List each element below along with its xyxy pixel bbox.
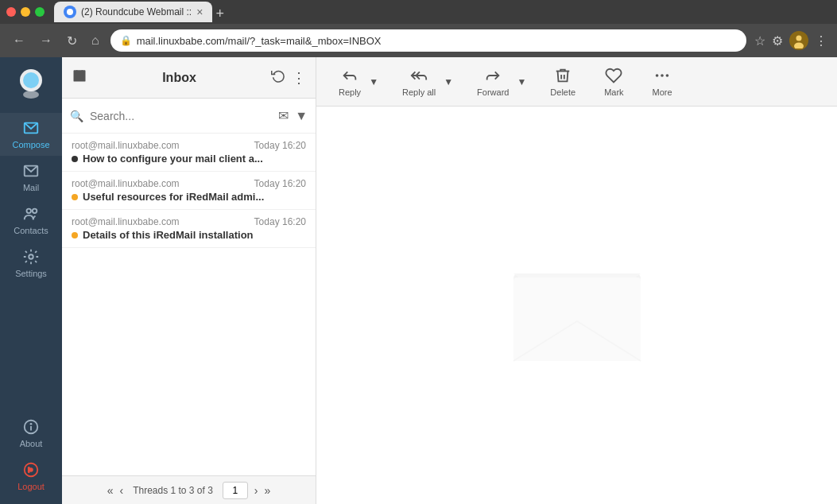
reply-all-group: Reply all ▼ xyxy=(396,64,455,100)
sidebar-item-mail[interactable]: Mail xyxy=(0,156,62,199)
svg-point-6 xyxy=(23,91,39,99)
last-page-button[interactable]: » xyxy=(265,484,271,497)
lock-icon: 🔒 xyxy=(120,35,132,46)
forward-button[interactable]: → xyxy=(37,30,56,51)
svg-point-2 xyxy=(796,36,802,41)
svg-point-16 xyxy=(29,467,33,472)
sidebar-item-compose[interactable]: Compose xyxy=(0,113,62,156)
list-item[interactable]: root@mail.linuxbabe.com Today 16:20 How … xyxy=(62,134,316,172)
app-logo xyxy=(11,65,51,105)
compose-label: Compose xyxy=(12,140,49,149)
list-item[interactable]: root@mail.linuxbabe.com Today 16:20 Usef… xyxy=(62,172,316,210)
svg-point-17 xyxy=(657,75,658,76)
email-from: root@mail.linuxbabe.com Today 16:20 xyxy=(72,140,306,151)
mail-panel: Inbox ⋮ 🔍 ✉ ▼ root@mail.linuxbabe.com To… xyxy=(62,57,316,504)
tab-close-icon[interactable]: × xyxy=(196,6,203,18)
search-dropdown-button[interactable]: ▼ xyxy=(295,109,308,123)
new-tab-button[interactable]: + xyxy=(215,6,224,22)
profile-icon[interactable] xyxy=(789,31,808,50)
message-view: Reply ▼ Reply all ▼ Forward xyxy=(316,57,837,504)
reply-group: Reply ▼ xyxy=(332,64,380,100)
menu-button[interactable]: ⋮ xyxy=(815,33,827,48)
message-body xyxy=(316,107,837,504)
reload-button[interactable]: ↻ xyxy=(64,30,80,52)
sidebar-item-about[interactable]: About xyxy=(0,412,62,455)
app-content: Compose Mail Contacts xyxy=(0,57,837,504)
list-item[interactable]: root@mail.linuxbabe.com Today 16:20 Deta… xyxy=(62,210,316,248)
address-bar: ← → ↻ ⌂ 🔒 mail.linuxbabe.com/mail/?_task… xyxy=(0,24,837,57)
svg-point-9 xyxy=(27,209,32,214)
tab-favicon xyxy=(64,6,76,18)
refresh-button[interactable] xyxy=(271,68,285,87)
sidebar-item-logout[interactable]: Logout xyxy=(0,455,62,498)
url-text: mail.linuxbabe.com/mail/?_task=mail&_mbo… xyxy=(137,35,382,47)
search-icon: 🔍 xyxy=(70,110,83,122)
empty-state xyxy=(498,234,657,377)
address-actions: ☆ ⚙ ⋮ xyxy=(754,31,827,50)
tab-bar: (2) Roundcube Webmail :: × + xyxy=(54,2,224,22)
svg-point-5 xyxy=(23,72,39,88)
mail-footer: « ‹ Threads 1 to 3 of 3 › » xyxy=(62,475,316,504)
email-list: root@mail.linuxbabe.com Today 16:20 How … xyxy=(62,134,316,475)
title-bar: (2) Roundcube Webmail :: × + xyxy=(0,0,837,24)
window-controls xyxy=(6,7,45,17)
url-bar[interactable]: 🔒 mail.linuxbabe.com/mail/?_task=mail&_m… xyxy=(110,29,746,52)
email-subject: Useful resources for iRedMail admi... xyxy=(72,191,306,203)
active-tab[interactable]: (2) Roundcube Webmail :: × xyxy=(54,2,212,22)
email-from: root@mail.linuxbabe.com Today 16:20 xyxy=(72,216,306,227)
inbox-title: Inbox xyxy=(94,71,265,85)
bookmark-button[interactable]: ☆ xyxy=(754,33,765,48)
mark-button[interactable]: Mark xyxy=(598,64,630,100)
more-button[interactable]: More xyxy=(646,64,679,100)
minimize-button[interactable] xyxy=(21,7,30,17)
unread-dot xyxy=(72,156,78,162)
email-subject: Details of this iRedMail installation xyxy=(72,229,306,241)
svg-point-0 xyxy=(67,9,73,15)
maximize-button[interactable] xyxy=(35,7,45,17)
email-from: root@mail.linuxbabe.com Today 16:20 xyxy=(72,178,306,189)
reply-all-dropdown-button[interactable]: ▼ xyxy=(442,76,455,87)
page-number-input[interactable] xyxy=(223,482,248,499)
search-bar: 🔍 ✉ ▼ xyxy=(62,99,316,134)
search-input[interactable] xyxy=(90,110,272,122)
message-toolbar: Reply ▼ Reply all ▼ Forward xyxy=(316,57,837,107)
mail-panel-header: Inbox ⋮ xyxy=(62,57,316,99)
extensions-button[interactable]: ⚙ xyxy=(772,33,783,48)
svg-point-19 xyxy=(667,75,668,76)
first-page-button[interactable]: « xyxy=(107,484,114,497)
email-subject: How to configure your mail client a... xyxy=(72,153,306,165)
reply-all-button[interactable]: Reply all xyxy=(396,64,442,100)
logout-label: Logout xyxy=(17,482,45,491)
threads-info: Threads 1 to 3 of 3 xyxy=(133,485,213,496)
mail-label: Mail xyxy=(23,183,39,192)
svg-point-18 xyxy=(661,75,663,76)
home-button[interactable]: ⌂ xyxy=(88,30,103,51)
svg-point-11 xyxy=(29,254,33,259)
forward-group: Forward ▼ xyxy=(471,64,528,100)
filter-icon-button[interactable]: ✉ xyxy=(278,108,289,123)
back-button[interactable]: ← xyxy=(10,30,29,51)
unread-dot xyxy=(72,194,78,200)
sidebar-item-contacts[interactable]: Contacts xyxy=(0,199,62,242)
folder-icon-button[interactable] xyxy=(72,68,87,87)
settings-label: Settings xyxy=(15,269,47,278)
tab-title: (2) Roundcube Webmail :: xyxy=(81,6,192,17)
sidebar-item-settings[interactable]: Settings xyxy=(0,242,62,285)
forward-button[interactable]: Forward xyxy=(471,64,515,100)
prev-page-button[interactable]: ‹ xyxy=(119,484,123,497)
next-page-button[interactable]: › xyxy=(254,484,258,497)
close-button[interactable] xyxy=(6,7,16,17)
forward-dropdown-button[interactable]: ▼ xyxy=(515,76,528,87)
sidebar: Compose Mail Contacts xyxy=(0,57,62,504)
panel-menu-button[interactable]: ⋮ xyxy=(292,69,306,87)
about-label: About xyxy=(20,439,43,448)
svg-point-10 xyxy=(33,209,37,214)
reply-button[interactable]: Reply xyxy=(332,64,367,100)
unread-dot xyxy=(72,232,78,238)
delete-button[interactable]: Delete xyxy=(544,64,582,100)
reply-dropdown-button[interactable]: ▼ xyxy=(367,76,380,87)
contacts-label: Contacts xyxy=(14,226,48,235)
